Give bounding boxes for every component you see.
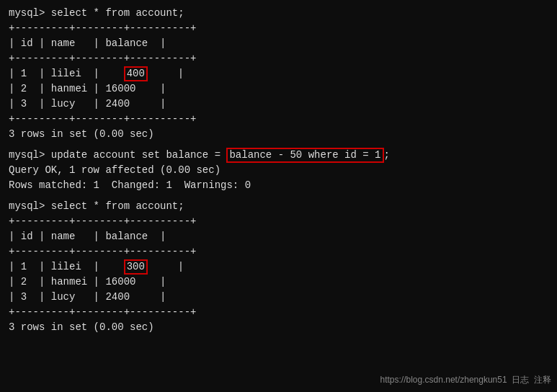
query-ok: Query OK, 1 row affected (0.00 sec) xyxy=(9,163,220,178)
table1-header: | id | name | balance | xyxy=(9,36,548,51)
table2-rowcount: 3 rows in set (0.00 sec) xyxy=(9,320,154,335)
table1-rowcount: 3 rows in set (0.00 sec) xyxy=(9,127,154,142)
table1-row1: | 1 | lilei | 400 | xyxy=(9,66,548,81)
prompt2: mysql> xyxy=(9,148,51,163)
table1-rowcount-line: 3 rows in set (0.00 sec) xyxy=(9,127,548,142)
table2-row2: | 2 | hanmei | 16000 | xyxy=(9,275,548,290)
update-semi: ; xyxy=(384,148,390,163)
watermark-right: 注释 xyxy=(534,375,551,385)
table1-border-bot: +---------+--------+----------+ xyxy=(9,112,548,127)
table1-border-top: +---------+--------+----------+ xyxy=(9,21,548,36)
rows-matched-line: Rows matched: 1 Changed: 1 Warnings: 0 xyxy=(9,178,548,193)
table2-row1-pre: | 1 | lilei | xyxy=(9,259,124,275)
rows-matched: Rows matched: 1 Changed: 1 Warnings: 0 xyxy=(9,178,251,193)
table1-row3: | 3 | lucy | 2400 | xyxy=(9,97,548,112)
prompt3: mysql> xyxy=(9,199,51,214)
query-ok-line: Query OK, 1 row affected (0.00 sec) xyxy=(9,163,548,178)
table2-border-mid: +---------+--------+----------+ xyxy=(9,244,548,259)
watermark-url: https://blog.csdn.net/zhengkun51 xyxy=(380,375,507,385)
table2-row1: | 1 | lilei | 300 | xyxy=(9,259,548,275)
prompt1: mysql> xyxy=(9,6,51,21)
table2-border-top: +---------+--------+----------+ xyxy=(9,214,548,229)
update-pre: update account set balance = xyxy=(51,148,227,163)
table1-row1-pre: | 1 | lilei | xyxy=(9,66,124,81)
table2-header: | id | name | balance | xyxy=(9,229,548,244)
table2-border-bot: +---------+--------+----------+ xyxy=(9,305,548,320)
table1-border-mid: +---------+--------+----------+ xyxy=(9,51,548,66)
update-line: mysql> update account set balance = bala… xyxy=(9,148,548,163)
watermark: https://blog.csdn.net/zhengkun51 日志 注释 xyxy=(380,374,551,386)
table2-row1-val: 300 xyxy=(124,259,148,275)
table1-row2: | 2 | hanmei | 16000 | xyxy=(9,81,548,97)
query1-cmd: select * from account; xyxy=(51,6,184,21)
watermark-left: 日志 xyxy=(512,375,529,385)
query2-cmd: select * from account; xyxy=(51,199,184,214)
table1-row1-val: 400 xyxy=(124,66,148,81)
query2-line: mysql> select * from account; xyxy=(9,199,548,214)
update-highlight: balance - 50 where id = 1 xyxy=(226,148,383,163)
terminal: mysql> select * from account; +---------… xyxy=(0,0,557,392)
table2-row3: | 3 | lucy | 2400 | xyxy=(9,290,548,305)
table2-rowcount-line: 3 rows in set (0.00 sec) xyxy=(9,320,548,335)
query1-line: mysql> select * from account; xyxy=(9,6,548,21)
table2-row1-post: | xyxy=(148,259,184,275)
table1-row1-post: | xyxy=(148,66,184,81)
